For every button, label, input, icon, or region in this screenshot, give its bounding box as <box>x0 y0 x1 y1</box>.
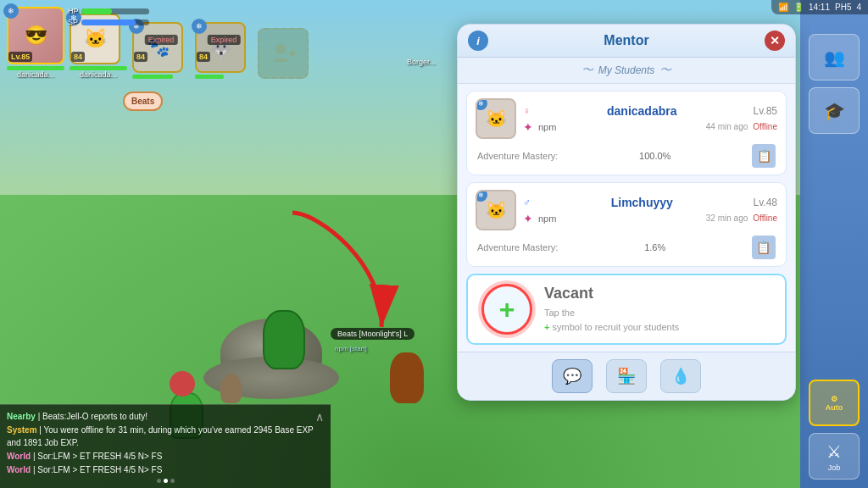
my-students-label: My Students <box>598 64 655 76</box>
vacant-plus-btn[interactable]: + <box>481 284 532 335</box>
main-snow-badge: ❄ <box>3 3 19 19</box>
chat-box: ∧ Nearby | Beats:Jell-O reports to duty!… <box>0 404 331 488</box>
student-2-offline: Offline <box>753 214 777 223</box>
dot-3 <box>170 479 175 483</box>
mentor-header: i Mentor ✕ <box>458 25 795 58</box>
chat-text-2: | You were offline for 31 min, during wh… <box>7 425 314 447</box>
right-panel: 👥 🎓 ⚙ Auto ⚔ Job <box>800 0 868 488</box>
job-icon: ⚔ <box>826 441 842 462</box>
time-display: 14:11 <box>809 3 830 12</box>
mentor-chat-btn[interactable]: 💬 <box>552 359 593 393</box>
auto-label: Auto <box>826 403 843 412</box>
student-2-class: npm <box>538 214 556 224</box>
mentor-shop-btn[interactable]: 🏪 <box>606 359 647 393</box>
wavy-right: 〜 <box>659 63 671 78</box>
mentor-nav-btn[interactable]: 🎓 <box>809 87 860 134</box>
student-1-offline: Offline <box>753 122 777 131</box>
vacant-card[interactable]: + Vacant Tap the + symbol to recruit you… <box>466 274 787 345</box>
hp-sp-bars: HP SP <box>68 7 149 29</box>
student-1-adventure-row: Adventure Mastery: 100.0% 📋 <box>476 144 777 168</box>
student-1-adv-value: 100.0% <box>639 151 670 161</box>
student-2-adventure-row: Adventure Mastery: 1.6% 📋 <box>476 236 777 259</box>
member4-snow-badge: ❄ <box>192 19 207 34</box>
job-label: Job <box>828 463 841 472</box>
mentor-nav-icon: 🎓 <box>824 101 845 121</box>
student-1-name-row: ♀ danicadabra Lv.85 <box>523 104 777 118</box>
member4-level: 84 <box>197 52 210 62</box>
job-btn[interactable]: ⚔ Job <box>809 433 860 480</box>
student-1-gender: ♀ <box>523 105 531 117</box>
status-bar: 📶 🔋 14:11 PH5 4 <box>771 0 868 14</box>
character-small <box>220 374 242 403</box>
chat-line-4: World | Sor:LFM > ET FRESH 4/5 N> FS <box>7 463 324 476</box>
beats-bubble: Beats <box>123 92 163 111</box>
student-1-status-row: ✦ npm 44 min ago Offline <box>523 120 777 134</box>
sitting-character-head <box>170 371 195 396</box>
student-1-book-icon[interactable]: 📋 <box>752 144 776 168</box>
member2-level: 84 <box>71 52 85 62</box>
chat-tag-world-2: World <box>7 465 31 474</box>
chat-dots <box>7 479 324 483</box>
party-member-4[interactable]: ❄ 🐺 Expired 84 <box>195 22 253 79</box>
ph5-num: 4 <box>856 3 861 12</box>
vacant-plus-symbol: + <box>544 322 549 332</box>
hp-label: HP <box>68 7 78 15</box>
friends-btn[interactable]: 👥 <box>809 34 860 80</box>
chat-tag-nearby: Nearby <box>7 412 36 421</box>
member4-expired: Expired <box>208 35 241 45</box>
student-2-avatar: ❄ 🐱 <box>476 190 516 230</box>
party-member-main[interactable]: ❄ 😎 Lv.85 danicada... <box>7 7 64 79</box>
chat-line-3: World | Sor:LFM > ET FRESH 4/5 N> FS <box>7 450 324 463</box>
mentor-info-btn[interactable]: i <box>468 30 488 51</box>
student-2-adv-value: 1.6% <box>644 242 665 252</box>
chat-text-3: | Sor:LFM > ET FRESH 4/5 N> FS <box>33 452 162 461</box>
wavy-left: 〜 <box>581 63 593 78</box>
mentor-panel: i Mentor ✕ 〜 My Students 〜 ❄ 🐱 ♀ danicad… <box>457 24 796 401</box>
student-2-book-icon[interactable]: 📋 <box>752 236 776 259</box>
add-person-icon <box>271 42 295 65</box>
student-1-info: ♀ danicadabra Lv.85 ✦ npm 44 min ago Off… <box>523 104 777 134</box>
mentor-close-btn[interactable]: ✕ <box>765 30 785 51</box>
student-1-emoji: 🐱 <box>486 108 507 129</box>
npm-start-label: npm [start] <box>335 345 367 352</box>
chat-tag-world-1: World <box>7 452 31 461</box>
member3-hp-bar <box>132 75 173 79</box>
student-top-2: ❄ 🐱 ♂ Limchuyyy Lv.48 ✦ npm 32 min ago O… <box>476 190 777 230</box>
student-card-2[interactable]: ❄ 🐱 ♂ Limchuyyy Lv.48 ✦ npm 32 min ago O… <box>466 182 787 267</box>
hp-fill <box>81 8 112 14</box>
student-2-gender: ♂ <box>523 197 531 208</box>
mentor-skill-btn[interactable]: 💧 <box>660 359 701 393</box>
battery-icon: 🔋 <box>793 3 804 12</box>
auto-btn[interactable]: ⚙ Auto <box>809 380 860 426</box>
student-top-1: ❄ 🐱 ♀ danicadabra Lv.85 ✦ npm 44 min ago… <box>476 98 777 139</box>
add-member-slot[interactable] <box>258 28 309 79</box>
vacant-text: Vacant Tap the + symbol to recruit your … <box>544 285 771 334</box>
chat-line-1: Nearby | Beats:Jell-O reports to duty! <box>7 410 324 423</box>
add-member-btn[interactable] <box>258 28 309 79</box>
vacant-desc: Tap the + symbol to recruit your student… <box>544 306 771 334</box>
ph5-label: PH5 <box>835 3 851 12</box>
bergen-label: Borger... <box>407 58 436 66</box>
sp-track <box>81 19 149 25</box>
chat-expand-btn[interactable]: ∧ <box>315 410 324 424</box>
student-card-1[interactable]: ❄ 🐱 ♀ danicadabra Lv.85 ✦ npm 44 min ago… <box>466 91 787 175</box>
character-brown <box>390 352 424 403</box>
student-1-class: npm <box>538 122 556 132</box>
character-green <box>263 310 305 369</box>
member4-hp-bar <box>195 75 224 79</box>
vacant-title: Vacant <box>544 285 771 302</box>
main-level: Lv.85 <box>8 52 32 62</box>
auto-icon: ⚙ <box>831 395 837 403</box>
sp-label: SP <box>68 18 78 26</box>
mentor-bottom-bar: 💬 🏪 💧 <box>458 352 795 400</box>
student-2-emoji: 🐱 <box>486 200 507 220</box>
student-2-time: 32 min ago <box>706 214 748 223</box>
dot-1 <box>157 479 161 483</box>
member3-expired: Expired <box>145 35 178 45</box>
student-2-class-icon: ✦ <box>523 212 533 225</box>
chat-line-2: System | You were offline for 31 min, du… <box>7 424 324 449</box>
student-1-time: 44 min ago <box>706 122 748 131</box>
student-2-adv-label: Adventure Mastery: <box>477 242 558 252</box>
student-2-name: Limchuyyy <box>611 196 673 209</box>
party-member-3[interactable]: ❄ 🐾 Expired 84 <box>132 22 190 79</box>
